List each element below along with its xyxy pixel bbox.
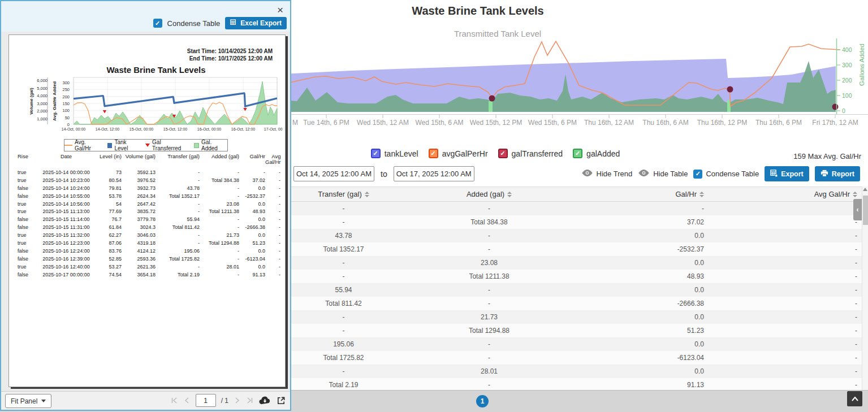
sort-icon[interactable] [507, 192, 512, 197]
transfer-cell: Total 1352.17 [291, 242, 396, 256]
svg-text:16-Oct, 00:00: 16-Oct, 00:00 [197, 127, 222, 131]
sort-icon[interactable] [365, 192, 369, 197]
avggalhr-cell: - [709, 283, 862, 297]
preview-y1-labels: 6,000 5,000 4,000 3,000 2,000 1,000 [37, 78, 47, 122]
column-header-transfer[interactable]: Transfer (gal) [291, 187, 396, 201]
report-title: Waste Brine Tank Levels [37, 65, 275, 75]
chevron-up-icon [851, 396, 859, 402]
table-row: Total 811.42 - -2666.38 - [291, 297, 862, 310]
tanklevel-checkbox[interactable] [371, 149, 381, 158]
column-header-added[interactable]: Added (gal) [396, 187, 582, 201]
svg-text:Thu 16th, 6 AM: Thu 16th, 6 AM [642, 119, 688, 127]
first-page-button[interactable] [171, 397, 178, 404]
open-external-icon[interactable] [277, 396, 286, 405]
scrollbar-thumb[interactable] [863, 196, 868, 225]
hide-trend-label: Hide Trend [597, 170, 633, 178]
table-row: Total 1352.17 - -2532.37 - [291, 242, 862, 256]
condense-table-option[interactable]: Condense Table [693, 170, 759, 179]
svg-text:16-Oct, 12:00: 16-Oct, 12:00 [231, 127, 256, 131]
legend-galtransferred[interactable]: galTransferred [498, 149, 563, 158]
download-icon[interactable] [258, 396, 271, 405]
orange-line-icon [64, 145, 72, 146]
svg-text:200: 200 [842, 77, 852, 84]
table-controls: Hide Trend Hide Table Condense Table Exp… [581, 166, 860, 181]
added-cell: 23.08 [396, 256, 582, 270]
table-row: 195.06 - 0.0 - [291, 337, 862, 351]
galadded-checkbox[interactable] [573, 149, 582, 158]
collapse-panel-tab[interactable]: ‹ [853, 199, 862, 220]
avggalhr-cell: - [709, 297, 862, 310]
spreadsheet-icon [230, 19, 237, 28]
legend-label: tankLevel [385, 149, 418, 158]
svg-text:0: 0 [67, 122, 70, 127]
galhr-cell: 0.0 [582, 310, 709, 324]
blue-square-icon [107, 143, 112, 148]
column-header-avggalhr[interactable]: Avg Gal/Hr [709, 187, 862, 201]
svg-text:250: 250 [62, 87, 70, 92]
fit-panel-label: Fit Panel [11, 397, 37, 405]
gal-transferred-dot [832, 104, 839, 110]
fit-panel-dropdown[interactable]: Fit Panel [5, 394, 51, 408]
svg-text:15-Oct, 00:00: 15-Oct, 00:00 [129, 127, 154, 131]
preview-table-row: false 2025-10-16 12:24:00 83.76 4124.12 … [18, 247, 280, 255]
eye-icon [638, 169, 650, 179]
preview-table-body: true 2025-10-14 00:00:00 73 3592.13 - - … [18, 168, 280, 278]
close-icon[interactable]: × [277, 5, 283, 15]
printer-icon [821, 170, 828, 179]
page-1-button[interactable]: 1 [476, 395, 489, 407]
hide-trend-toggle[interactable]: Hide Trend [581, 169, 633, 179]
avggalhr-cell: - [709, 337, 862, 351]
report-button[interactable]: Report [815, 166, 860, 181]
hide-table-toggle[interactable]: Hide Table [638, 169, 688, 179]
date-to-input[interactable]: Oct 17, 2025 12:00 AM [394, 166, 474, 181]
galtransferred-checkbox[interactable] [498, 149, 508, 158]
added-cell: - [396, 337, 582, 351]
legend-label: galTransferred [512, 149, 563, 158]
export-button[interactable]: Export [765, 166, 809, 181]
svg-text:Wed 15th, 6 PM: Wed 15th, 6 PM [528, 119, 577, 127]
gal-transferred-dot [727, 86, 733, 93]
svg-text:15-Oct, 12:00: 15-Oct, 12:00 [163, 127, 188, 131]
galhr-cell: 0.0 [582, 283, 709, 297]
table-scrollbar[interactable] [862, 187, 868, 390]
modal-condense-table-checkbox[interactable] [153, 19, 162, 28]
prev-page-button[interactable] [183, 397, 191, 404]
scroll-to-top-button[interactable] [847, 391, 862, 406]
svg-text:Tue 14th, 6 PM: Tue 14th, 6 PM [303, 119, 349, 127]
condense-table-checkbox[interactable] [693, 170, 702, 179]
last-page-button[interactable] [246, 397, 253, 404]
scrollbar-up-arrow[interactable] [863, 188, 867, 191]
transfer-cell: 55.94 [291, 283, 396, 297]
transfer-cell: Total 1725.82 [291, 351, 396, 365]
excel-export-button[interactable]: Excel Export [225, 17, 287, 29]
added-cell: - [396, 202, 582, 215]
svg-text:50: 50 [65, 115, 70, 120]
legend-galadded[interactable]: galAdded [573, 149, 620, 158]
legend-tanklevel[interactable]: tankLevel [371, 149, 418, 158]
table-row: - - - - [291, 202, 862, 215]
sort-icon[interactable] [699, 192, 704, 197]
gal-transferred-dot [489, 96, 495, 102]
added-cell: Total 384.38 [396, 215, 582, 229]
page-number-input[interactable]: 1 [196, 394, 216, 407]
date-from-input[interactable]: Oct 14, 2025 12:00 AM [293, 166, 374, 181]
galhr-cell: 51.23 [582, 324, 709, 337]
table-row: Total 1725.82 - -6123.04 - [291, 351, 862, 365]
svg-text:6,000: 6,000 [37, 78, 47, 83]
column-header-galhr[interactable]: Gal/Hr [582, 187, 709, 201]
sort-icon[interactable] [853, 192, 857, 197]
avggalperhr-checkbox[interactable] [429, 149, 438, 158]
legend-label: galAdded [586, 149, 620, 158]
table-row: - Total 1294.88 51.23 - [291, 324, 862, 337]
legend-label: avgGalPerHr [442, 149, 488, 158]
avggalhr-cell: - [709, 242, 862, 256]
transfer-cell: - [291, 324, 396, 337]
preview-table-row: true 2025-10-15 11:32:00 62.27 3046.03 -… [18, 231, 280, 239]
preview-table-row: false 2025-10-17 00:00:00 74.54 3654.18 … [18, 271, 280, 279]
transfer-cell: 43.78 [291, 229, 396, 242]
legend-avggalperhr[interactable]: avgGalPerHr [429, 149, 488, 158]
next-page-button[interactable] [234, 397, 241, 404]
red-triangle-icon [145, 144, 150, 147]
chart-legend: tankLevel avgGalPerHr galTransferred gal… [291, 149, 699, 158]
modal-header: × Condense Table Excel Export [1, 1, 290, 32]
